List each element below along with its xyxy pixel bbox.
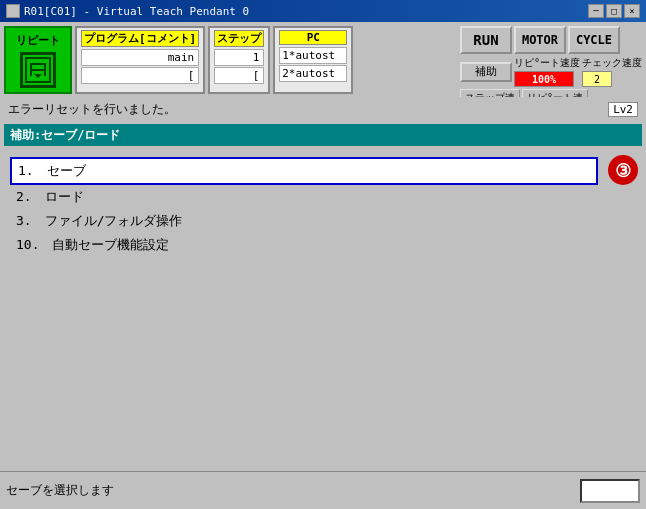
program-header: プログラム[コメント] xyxy=(81,30,199,47)
repeat-icon xyxy=(20,52,56,88)
check-speed-value: 2 xyxy=(582,71,612,87)
main-container: リピート プログラム[コメント] main [ xyxy=(0,22,646,365)
hojo-button[interactable]: 補助 xyxy=(460,62,512,82)
menu-area: 1. セーブ2. ロード3. ファイル/フォルダ操作10. 自動セーブ機能設定 … xyxy=(4,149,642,361)
speed-area: リピ°ート速度 100% xyxy=(514,56,580,87)
hojo-bar: 補助:セーブ/ロード xyxy=(4,124,642,146)
menu-item[interactable]: 1. セーブ xyxy=(10,157,598,185)
program-value-row: main xyxy=(81,49,199,66)
svg-marker-1 xyxy=(34,74,42,78)
menu-item[interactable]: 10. 自動セーブ機能設定 xyxy=(10,233,598,257)
menu-item[interactable]: 2. ロード xyxy=(10,185,598,209)
title-bar: R01[C01] - Virtual Teach Pendant 0 ─ □ × xyxy=(0,0,646,22)
right-panel: RUN MOTOR CYCLE 補助 リピ°ート速度 100% チェック速度 2… xyxy=(460,26,642,94)
menu-list: 1. セーブ2. ロード3. ファイル/フォルダ操作10. 自動セーブ機能設定 xyxy=(8,155,600,355)
error-row: エラーリセットを行いました。 Lv2 xyxy=(4,97,642,121)
bottom-bar: セーブを選択します xyxy=(0,471,646,509)
error-message: エラーリセットを行いました。 xyxy=(8,101,176,118)
btn-row-2: 補助 リピ°ート速度 100% チェック速度 2 xyxy=(460,56,642,87)
hojo-title: 補助:セーブ/ロード xyxy=(10,127,120,144)
bottom-status-label: セーブを選択します xyxy=(6,482,574,499)
ripple-speed-label: リピ°ート速度 xyxy=(514,56,580,70)
repeat-button[interactable]: リピート xyxy=(4,26,72,94)
step-value-row: 1 xyxy=(214,49,264,66)
speed-bar: 100% xyxy=(514,71,574,87)
window-title: R01[C01] - Virtual Teach Pendant 0 xyxy=(24,5,249,18)
maximize-button[interactable]: □ xyxy=(606,4,622,18)
run-button[interactable]: RUN xyxy=(460,26,512,54)
step-badge: ③ xyxy=(608,155,638,185)
program-box: プログラム[コメント] main [ xyxy=(75,26,205,94)
lv2-badge: Lv2 xyxy=(608,102,638,117)
step-bracket-row: [ xyxy=(214,67,264,84)
pc-value1-row: 1*autost xyxy=(279,47,347,64)
step-header: ステップ xyxy=(214,30,264,47)
app-icon xyxy=(6,4,20,18)
pc-box: PC 1*autost 2*autost xyxy=(273,26,353,94)
toolbar-middle: プログラム[コメント] main [ ステップ 1 [ xyxy=(75,26,457,94)
step-box: ステップ 1 [ xyxy=(208,26,270,94)
minimize-button[interactable]: ─ xyxy=(588,4,604,18)
menu-item[interactable]: 3. ファイル/フォルダ操作 xyxy=(10,209,598,233)
title-bar-buttons: ─ □ × xyxy=(588,4,640,18)
bottom-input[interactable] xyxy=(580,479,640,503)
toolbar-row: リピート プログラム[コメント] main [ xyxy=(4,26,642,94)
check-speed-area: チェック速度 2 xyxy=(582,56,642,87)
cycle-button[interactable]: CYCLE xyxy=(568,26,620,54)
btn-row-1: RUN MOTOR CYCLE xyxy=(460,26,642,54)
pc-header: PC xyxy=(279,30,347,45)
motor-button[interactable]: MOTOR xyxy=(514,26,566,54)
repeat-label: リピート xyxy=(16,33,60,48)
close-button[interactable]: × xyxy=(624,4,640,18)
program-bracket-row: [ xyxy=(81,67,199,84)
check-speed-label: チェック速度 xyxy=(582,56,642,70)
pc-value2-row: 2*autost xyxy=(279,65,347,82)
